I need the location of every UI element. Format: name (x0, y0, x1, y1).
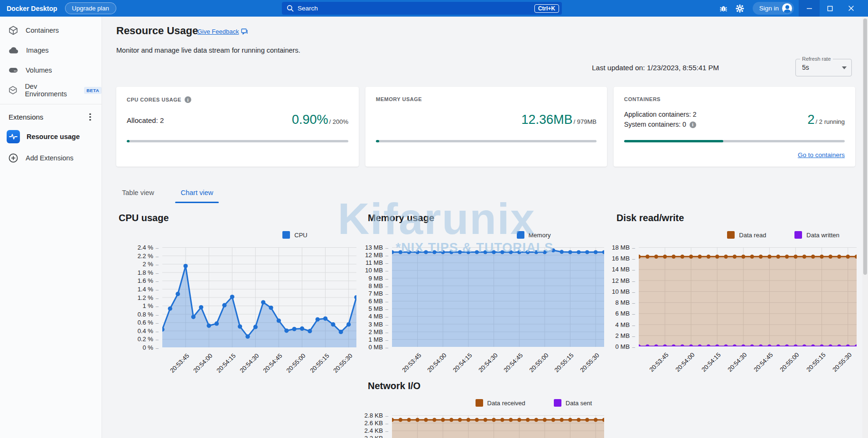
legend-item[interactable]: Data received (476, 399, 525, 407)
y-tick-label: 2 % (142, 261, 159, 268)
sidebar-item-dev-environments[interactable]: Dev Environments BETA (0, 80, 102, 100)
refresh-rate-select[interactable]: Refresh rate 5s (795, 59, 852, 76)
sign-in-button[interactable]: Sign in (753, 2, 794, 15)
feedback-chat-icon (241, 28, 248, 35)
y-tick-label: 1.4 % (138, 285, 159, 292)
y-tick-label: 7 MB (369, 289, 388, 297)
search-input[interactable]: Search Ctrl+K (282, 2, 562, 15)
y-axis: 2.4 %2.2 %2 %1.8 %1.6 %1.4 %1.2 %1 %0.8 … (116, 247, 162, 347)
sidebar-item-images[interactable]: Images (0, 40, 102, 60)
minimize-icon (806, 5, 812, 11)
app-title: Docker Desktop (7, 5, 57, 12)
y-tick-label: 8 MB (616, 299, 635, 306)
chart-legend: CPU (198, 229, 392, 241)
legend-swatch (517, 231, 524, 239)
y-tick-label: 2 MB (369, 328, 388, 335)
sidebar-item-volumes[interactable]: Volumes (0, 60, 102, 80)
y-tick-label: 0 MB (369, 344, 388, 351)
legend-item[interactable]: Data written (794, 231, 839, 239)
sidebar-item-containers[interactable]: Containers (0, 20, 102, 40)
legend-item[interactable]: CPU (282, 231, 307, 239)
legend-item[interactable]: Data read (727, 231, 766, 239)
sign-in-label: Sign in (759, 5, 779, 12)
y-axis: 18 MB16 MB14 MB12 MB10 MB8 MB6 MB4 MB2 M… (614, 247, 639, 346)
tab-table-view[interactable]: Table view (116, 184, 160, 203)
cpu-allocated: Allocated: 2 (127, 116, 164, 126)
volumes-icon (9, 66, 18, 74)
x-axis: 20:53:4520:54:0020:54:1520:54:3020:54:45… (392, 347, 604, 376)
y-tick-label: 2.2 KB (364, 435, 388, 438)
memory-usage-chart: Memory usageMemory13 MB12 MB11 MB10 MB9 … (365, 213, 604, 376)
tab-chart-view[interactable]: Chart view (175, 184, 219, 203)
refresh-rate-value: 5s (802, 64, 809, 71)
y-tick-label: 13 MB (365, 244, 388, 251)
maximize-button[interactable] (820, 0, 840, 17)
settings-button[interactable] (732, 0, 748, 17)
search-placeholder: Search (298, 5, 534, 12)
chart-legend: Memory (428, 229, 640, 241)
legend-swatch (554, 399, 561, 407)
y-axis: 2.8 KB2.6 KB2.4 KB2.2 KB (365, 415, 392, 438)
avatar-icon (782, 3, 792, 13)
sidebar-item-label: Images (26, 47, 49, 54)
chart-title: Network I/O (368, 381, 604, 391)
legend-label: Data read (739, 232, 766, 239)
memory-usage-value: 12.36MB (522, 112, 573, 127)
resource-usage-label: Resource usage (27, 133, 80, 140)
y-tick-label: 10 MB (612, 288, 635, 295)
close-button[interactable] (840, 0, 861, 17)
sidebar-divider (0, 104, 102, 104)
y-tick-label: 16 MB (612, 255, 635, 262)
legend-label: Data received (487, 400, 525, 407)
chart-plot (162, 247, 356, 347)
add-extensions-label: Add Extensions (26, 154, 74, 162)
search-shortcut-badge: Ctrl+K (534, 4, 559, 13)
sidebar-item-label: Containers (26, 27, 59, 34)
y-tick-label: 18 MB (612, 244, 635, 251)
upgrade-plan-button[interactable]: Upgrade plan (65, 2, 116, 14)
give-feedback-link[interactable]: Give Feedback (197, 28, 248, 35)
containers-progress-bar (624, 140, 845, 142)
add-extensions-button[interactable]: Add Extensions (0, 148, 102, 168)
y-tick-label: 2.6 KB (364, 419, 388, 427)
beta-badge: BETA (84, 87, 102, 94)
y-tick-label: 0.2 % (138, 335, 159, 343)
extensions-menu-button[interactable] (84, 112, 96, 122)
y-tick-label: 1.8 % (138, 269, 159, 276)
bug-icon (719, 4, 728, 12)
last-updated-text: Last updated on: 1/23/2023, 8:55:41 PM (592, 64, 719, 72)
docker-desktop-window: Docker Desktop Upgrade plan Search Ctrl+… (0, 0, 868, 438)
y-tick-label: 1 MB (369, 335, 388, 343)
info-icon[interactable]: i (185, 96, 191, 103)
search-icon (287, 5, 294, 12)
y-tick-label: 0 % (142, 344, 159, 351)
chevron-down-icon (842, 66, 847, 69)
y-tick-label: 1 % (142, 302, 159, 309)
go-to-containers-link[interactable]: Go to containers (798, 151, 845, 158)
page-subtitle: Monitor and manage live data stream for … (116, 47, 300, 54)
y-tick-label: 5 MB (369, 305, 388, 312)
y-tick-label: 4 MB (369, 313, 388, 320)
y-tick-label: 1.2 % (138, 294, 159, 301)
page-title: Resource Usage (116, 25, 198, 37)
legend-label: Memory (529, 232, 551, 239)
disk-read-write-chart: Disk read/writeData readData written18 M… (614, 213, 857, 376)
close-icon (848, 5, 854, 11)
legend-swatch (476, 399, 483, 407)
legend-swatch (727, 231, 735, 239)
vertical-scrollbar (862, 17, 868, 438)
view-tabs: Table view Chart view (116, 184, 219, 203)
y-tick-label: 0.4 % (138, 327, 159, 334)
legend-item[interactable]: Memory (517, 231, 551, 239)
network-io-chart: Network I/OData receivedData sent2.8 KB2… (365, 381, 604, 438)
y-tick-label: 2.2 % (138, 252, 159, 259)
y-tick-label: 3 MB (369, 320, 388, 327)
minimize-button[interactable] (799, 0, 820, 17)
extensions-header: Extensions (9, 113, 43, 121)
legend-item[interactable]: Data sent (554, 399, 592, 407)
sidebar-item-resource-usage[interactable]: Resource usage (0, 126, 102, 148)
x-axis: 20:53:4520:54:0020:54:1520:54:3020:54:45… (162, 347, 356, 377)
bug-report-button[interactable] (716, 0, 732, 17)
scrollbar-thumb[interactable] (863, 19, 867, 275)
y-tick-label: 12 MB (612, 277, 635, 284)
